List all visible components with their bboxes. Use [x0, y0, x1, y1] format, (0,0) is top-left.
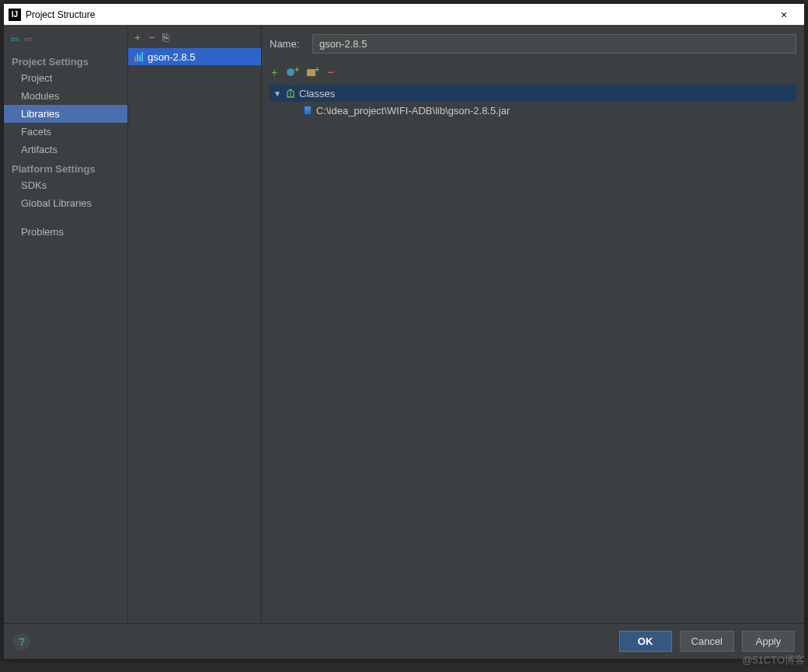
titlebar: IJ Project Structure ×	[4, 4, 804, 26]
cancel-button[interactable]: Cancel	[680, 631, 734, 652]
add-root-icon[interactable]: +	[271, 66, 277, 78]
dialog-footer: ? OK Cancel Apply	[4, 623, 804, 659]
back-icon[interactable]: ⇦	[10, 33, 19, 45]
jar-file-icon	[302, 106, 313, 115]
heading-platform-settings: Platform Settings	[4, 158, 127, 176]
app-logo-icon: IJ	[9, 9, 21, 21]
library-roots-tree: ▼ Classes C:\idea_project\WIFI-ADB\lib\g…	[270, 85, 796, 119]
settings-sidebar: ⇦ ⇨ Project Settings Project Modules Lib…	[4, 26, 128, 623]
sidebar-item-problems[interactable]: Problems	[4, 223, 127, 241]
add-from-maven-icon[interactable]: +	[287, 67, 298, 78]
tree-node-classes[interactable]: ▼ Classes	[270, 85, 796, 102]
watermark-text: @51CTO博客	[742, 653, 805, 667]
library-list-item[interactable]: gson-2.8.5	[128, 48, 261, 65]
dialog-body: ⇦ ⇨ Project Settings Project Modules Lib…	[4, 26, 804, 623]
sidebar-item-facets[interactable]: Facets	[4, 123, 127, 141]
tree-node-jar[interactable]: C:\idea_project\WIFI-ADB\lib\gson-2.8.5.…	[270, 102, 796, 119]
sidebar-item-modules[interactable]: Modules	[4, 87, 127, 105]
add-library-icon[interactable]: +	[134, 31, 141, 44]
sidebar-item-sdks[interactable]: SDKs	[4, 176, 127, 194]
sidebar-item-libraries[interactable]: Libraries	[4, 105, 127, 123]
library-detail-panel: Name: + + + − ▼ Classes C:\i	[262, 26, 804, 623]
sidebar-item-project[interactable]: Project	[4, 69, 127, 87]
help-button[interactable]: ?	[13, 633, 30, 650]
copy-library-icon[interactable]: ⎘	[162, 31, 169, 44]
library-detail-toolbar: + + + −	[270, 63, 796, 82]
remove-library-icon[interactable]: −	[148, 31, 155, 44]
window-title: Project Structure	[26, 9, 768, 20]
nav-history-buttons: ⇦ ⇨	[4, 31, 127, 51]
heading-project-settings: Project Settings	[4, 51, 127, 69]
project-structure-dialog: IJ Project Structure × ⇦ ⇨ Project Setti…	[3, 3, 805, 660]
name-label: Name:	[270, 38, 305, 50]
apply-button[interactable]: Apply	[742, 631, 795, 652]
sidebar-item-global-libraries[interactable]: Global Libraries	[4, 194, 127, 212]
library-list-panel: + − ⎘ gson-2.8.5	[128, 26, 262, 623]
sidebar-item-artifacts[interactable]: Artifacts	[4, 141, 127, 158]
add-folder-icon[interactable]: +	[307, 67, 318, 78]
classes-node-icon	[285, 89, 296, 98]
jar-path-label: C:\idea_project\WIFI-ADB\lib\gson-2.8.5.…	[316, 105, 510, 117]
library-icon	[134, 52, 143, 61]
name-row: Name:	[270, 34, 796, 54]
library-item-label: gson-2.8.5	[148, 51, 195, 63]
library-name-input[interactable]	[312, 34, 796, 54]
remove-root-icon[interactable]: −	[327, 66, 333, 78]
expander-icon[interactable]: ▼	[273, 89, 282, 98]
ok-button[interactable]: OK	[619, 631, 672, 652]
forward-icon[interactable]: ⇨	[24, 33, 33, 45]
library-list-toolbar: + − ⎘	[128, 26, 261, 48]
close-button[interactable]: ×	[768, 9, 799, 21]
classes-node-label: Classes	[299, 88, 335, 99]
